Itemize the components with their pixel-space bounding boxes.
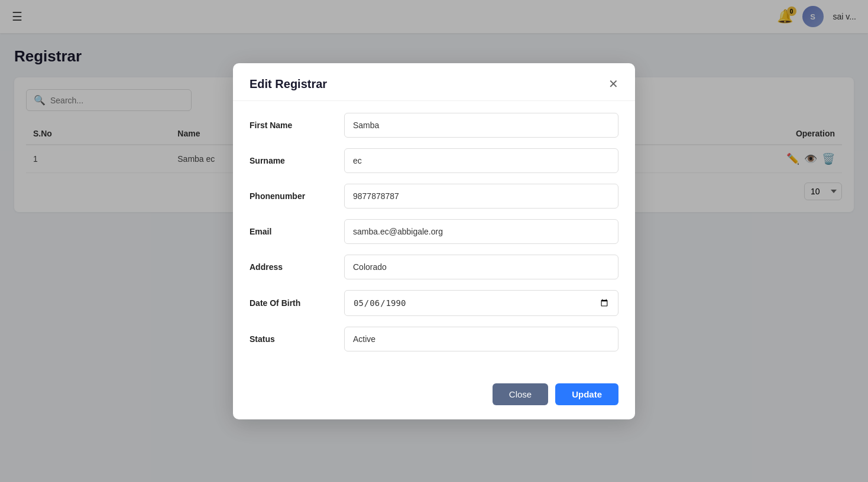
modal-body: First Name Surname Phonenumber Email Add… bbox=[233, 101, 635, 374]
edit-registrar-modal: Edit Registrar ✕ First Name Surname Phon… bbox=[233, 63, 635, 419]
input-surname[interactable] bbox=[344, 148, 618, 173]
label-firstname: First Name bbox=[250, 120, 344, 130]
modal-title: Edit Registrar bbox=[250, 77, 327, 91]
input-address[interactable] bbox=[344, 255, 618, 279]
form-group-firstname: First Name bbox=[250, 113, 618, 138]
label-dob: Date Of Birth bbox=[250, 298, 344, 308]
input-email[interactable] bbox=[344, 219, 618, 244]
close-button[interactable]: Close bbox=[493, 383, 548, 405]
label-surname: Surname bbox=[250, 156, 344, 165]
update-button[interactable]: Update bbox=[555, 383, 618, 405]
modal-header: Edit Registrar ✕ bbox=[233, 63, 635, 101]
form-group-dob: Date Of Birth bbox=[250, 290, 618, 316]
label-status: Status bbox=[250, 334, 344, 344]
modal-close-button[interactable]: ✕ bbox=[608, 78, 618, 90]
label-email: Email bbox=[250, 227, 344, 236]
label-phone: Phonenumber bbox=[250, 191, 344, 201]
label-address: Address bbox=[250, 262, 344, 272]
input-dob[interactable] bbox=[344, 290, 618, 316]
form-group-surname: Surname bbox=[250, 148, 618, 173]
form-group-address: Address bbox=[250, 255, 618, 279]
modal-overlay[interactable]: Edit Registrar ✕ First Name Surname Phon… bbox=[0, 0, 868, 482]
form-group-phone: Phonenumber bbox=[250, 184, 618, 209]
input-status[interactable] bbox=[344, 327, 618, 351]
input-phone[interactable] bbox=[344, 184, 618, 209]
modal-footer: Close Update bbox=[233, 374, 635, 419]
form-group-status: Status bbox=[250, 327, 618, 351]
input-firstname[interactable] bbox=[344, 113, 618, 138]
form-group-email: Email bbox=[250, 219, 618, 244]
